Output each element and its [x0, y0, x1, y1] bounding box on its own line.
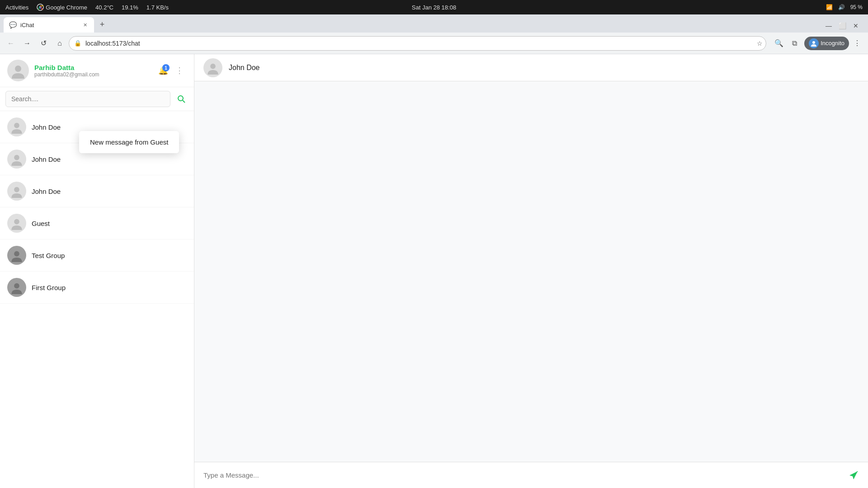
incognito-button[interactable]: Incognito: [804, 37, 849, 50]
notification-popup-text: New message from Guest: [90, 138, 168, 146]
contact-avatar-svg-firstgroup: [10, 281, 24, 294]
back-button[interactable]: ←: [4, 36, 18, 51]
tab-grid-button[interactable]: ⧉: [787, 36, 802, 51]
address-bar-wrapper: 🔒 ☆: [69, 36, 766, 51]
header-icons: 🔔 1 ⋮: [156, 63, 187, 78]
user-name-label: Parhib Datta: [34, 64, 151, 71]
activities-button[interactable]: Activities: [5, 4, 28, 11]
browser-name-label: Google Chrome: [46, 4, 87, 11]
svg-point-10: [14, 251, 19, 257]
datetime-label: Sat Jan 28 18:08: [412, 4, 456, 11]
contact-first-group[interactable]: First Group: [0, 272, 194, 304]
contact-test-group[interactable]: Test Group: [0, 239, 194, 272]
new-tab-button[interactable]: +: [96, 18, 108, 31]
sidebar-header: Parhib Datta parthibdutta02@gmail.com 🔔 …: [0, 54, 194, 87]
contact-name-3: John Doe: [32, 188, 61, 195]
search-bar: [0, 87, 194, 111]
svg-point-6: [14, 123, 19, 128]
tab-favicon: 💬: [9, 21, 17, 28]
chat-user-avatar-svg: [206, 61, 220, 75]
svg-point-11: [14, 283, 19, 289]
chat-header: John Doe: [194, 54, 868, 81]
notification-popup: New message from Guest: [79, 131, 179, 153]
svg-point-9: [14, 219, 19, 225]
contact-avatar-firstgroup: [7, 278, 26, 297]
svg-point-3: [15, 66, 21, 72]
user-avatar-svg: [10, 62, 26, 79]
app-content: Parhib Datta parthibdutta02@gmail.com 🔔 …: [0, 54, 868, 488]
menu-dots-button[interactable]: ⋮: [172, 63, 187, 78]
user-email-label: parthibdutta02@gmail.com: [34, 71, 151, 78]
user-avatar: [7, 60, 29, 81]
notification-badge: 1: [162, 64, 170, 71]
svg-point-8: [14, 187, 19, 192]
chat-area: John Doe: [194, 54, 868, 488]
contact-avatar-svg-testgroup: [10, 249, 24, 262]
minimize-button[interactable]: —: [824, 21, 834, 31]
contact-avatar-svg-2: [10, 152, 24, 166]
browser-window: 💬 iChat ✕ + — ⬜ ✕ ← → ↺ ⌂ 🔒 ☆ 🔍 ⧉: [0, 14, 868, 488]
contact-name-testgroup: Test Group: [32, 252, 65, 259]
browser-tabs-bar: 💬 iChat ✕ + — ⬜ ✕: [0, 14, 868, 33]
bookmark-star-icon[interactable]: ☆: [757, 40, 763, 47]
tab-title-label: iChat: [20, 22, 78, 28]
contact-guest[interactable]: Guest: [0, 207, 194, 239]
wifi-icon: 📶: [826, 4, 833, 10]
cpu-temp-label: 40.2°C: [95, 4, 113, 11]
svg-point-12: [210, 63, 216, 69]
profile-icon: [809, 38, 819, 48]
svg-point-2: [812, 41, 815, 44]
search-icon: [177, 94, 186, 103]
sidebar: Parhib Datta parthibdutta02@gmail.com 🔔 …: [0, 54, 194, 488]
contact-name-firstgroup: First Group: [32, 284, 66, 291]
contact-name-guest: Guest: [32, 220, 50, 227]
chat-user-name: John Doe: [229, 64, 260, 72]
network-speed-label: 1.7 KB/s: [146, 4, 169, 11]
contact-john-doe-3[interactable]: John Doe: [0, 175, 194, 207]
volume-icon: 🔊: [838, 4, 845, 10]
contacts-list: John Doe John Doe: [0, 111, 194, 488]
notification-button[interactable]: 🔔 1: [156, 63, 170, 78]
chrome-logo-icon: [37, 4, 44, 11]
browser-addressbar: ← → ↺ ⌂ 🔒 ☆ 🔍 ⧉ Incognito ⋮: [0, 33, 868, 54]
tab-close-button[interactable]: ✕: [81, 21, 89, 28]
search-toolbar-button[interactable]: 🔍: [772, 36, 786, 51]
restore-button[interactable]: ⬜: [837, 21, 847, 31]
contact-name-1: John Doe: [32, 123, 61, 131]
contact-avatar-testgroup: [7, 246, 26, 265]
home-button[interactable]: ⌂: [52, 36, 67, 51]
chat-input-area: [194, 462, 868, 488]
send-message-button[interactable]: [848, 470, 859, 481]
contact-avatar-svg-guest: [10, 216, 24, 230]
reload-button[interactable]: ↺: [36, 36, 51, 51]
chat-user-avatar: [203, 58, 222, 77]
contact-avatar-svg-1: [10, 120, 24, 134]
svg-point-7: [14, 155, 19, 160]
extensions-button[interactable]: ⋮: [850, 36, 864, 51]
os-topbar: Activities Google Chrome 40.2°C 19.1% 1.…: [0, 0, 868, 14]
contact-avatar-2: [7, 150, 26, 169]
send-icon: [848, 470, 859, 481]
chat-message-input[interactable]: [203, 468, 843, 483]
contact-avatar-guest: [7, 214, 26, 233]
search-input[interactable]: [5, 91, 170, 107]
chat-messages: [194, 81, 868, 462]
lock-icon: 🔒: [74, 40, 81, 47]
forward-button[interactable]: →: [20, 36, 34, 51]
contact-avatar-3: [7, 182, 26, 201]
battery-label: 95 %: [850, 4, 863, 10]
contact-name-2: John Doe: [32, 155, 61, 163]
contact-avatar-svg-3: [10, 184, 24, 198]
contact-avatar-1: [7, 117, 26, 136]
incognito-label: Incognito: [821, 40, 844, 47]
svg-line-5: [183, 100, 185, 103]
cpu-usage-label: 19.1%: [122, 4, 138, 11]
browser-tab-ichat[interactable]: 💬 iChat ✕: [4, 17, 94, 33]
address-input[interactable]: [69, 36, 766, 51]
chrome-browser-indicator: Google Chrome: [37, 4, 87, 11]
user-info: Parhib Datta parthibdutta02@gmail.com: [34, 64, 151, 78]
svg-point-4: [178, 96, 183, 101]
close-window-button[interactable]: ✕: [851, 21, 861, 31]
incognito-profile-svg: [811, 40, 817, 47]
search-button[interactable]: [174, 92, 189, 106]
